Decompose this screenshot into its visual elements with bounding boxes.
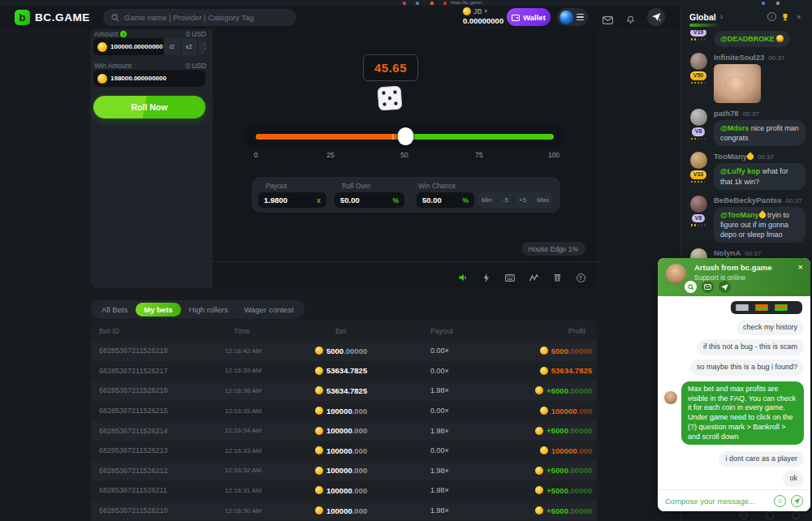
support-emoji-button[interactable]: ☺ — [774, 495, 786, 507]
profit-cell: 5000.00000 — [540, 341, 592, 361]
username[interactable]: TooMany — [714, 152, 754, 161]
roll-slider[interactable] — [244, 125, 566, 148]
username[interactable]: NolynA — [714, 248, 741, 257]
coin-icon — [535, 427, 543, 435]
payout-unit: x — [317, 196, 321, 205]
bonus-button[interactable] — [647, 8, 665, 26]
max-button[interactable]: Max — [531, 196, 554, 204]
chat-info-button[interactable]: i — [767, 12, 776, 22]
turbo-bolt-icon[interactable] — [482, 273, 491, 282]
extension-icon[interactable] — [762, 2, 765, 5]
extension-icon[interactable] — [416, 2, 419, 5]
messages-button[interactable] — [603, 13, 613, 28]
bet-cell: 100000.000 — [315, 441, 367, 461]
amount-input[interactable]: 100000.00000000 /2 x2 ▲▼ — [93, 38, 205, 55]
support-chat-widget: Artush from bc.game Support is online × … — [658, 258, 810, 511]
chevron-right-icon[interactable]: › — [720, 12, 723, 21]
profile-menu[interactable] — [557, 8, 588, 26]
house-edge-badge: House Edge 1% — [521, 242, 585, 256]
support-message-input[interactable]: Compose your message... — [665, 497, 769, 506]
chat-input-row[interactable]: ☺ — [681, 511, 812, 519]
plus5-button[interactable]: +5 — [513, 196, 531, 204]
win-chance-input[interactable]: 50.00 % — [417, 192, 474, 208]
double-bet-button[interactable]: x2 — [180, 38, 197, 55]
emoji-icon[interactable]: ☺ — [740, 511, 748, 519]
amount-stepper[interactable]: ▲▼ — [197, 38, 205, 55]
mention-link[interactable]: @Luffy kop — [720, 167, 760, 175]
username[interactable]: path78 — [714, 109, 739, 118]
wallet-button[interactable]: Wallet — [507, 8, 551, 26]
roll-now-button[interactable]: Roll Now — [93, 96, 205, 118]
tick-75: 75 — [475, 151, 482, 159]
win-amount-input[interactable]: 198000.000000000 — [93, 70, 205, 87]
chat-message-body: path7800:37@Mdsrs nice profit man congra… — [714, 109, 806, 146]
chat-close-button[interactable]: × — [794, 12, 804, 22]
message-time: 00:37 — [758, 153, 774, 161]
mention-link[interactable]: @TooMany — [720, 211, 766, 219]
mention-link[interactable]: @DEADBROKE — [720, 35, 775, 43]
time-cell: 12:16:31 AM — [225, 480, 261, 501]
table-row[interactable]: 6828536721152621312:16:33 AM100000.0000.… — [91, 441, 597, 461]
chat-image[interactable] — [714, 64, 761, 103]
smirk-face-emoji — [776, 35, 784, 42]
username[interactable]: BeBeBeckyPantss — [714, 196, 781, 205]
balance-display[interactable]: JB ▾ 0.00000000 — [463, 7, 503, 25]
mention-link[interactable]: @Mdsrs — [720, 124, 749, 132]
minus5-button[interactable]: -5 — [497, 196, 513, 204]
roll-over-input[interactable]: 50.00 % — [335, 192, 404, 208]
payout-input[interactable]: 1.9800 x — [258, 192, 326, 208]
tab-high-rollers[interactable]: High rollers — [181, 303, 236, 316]
support-send-button[interactable] — [791, 495, 803, 507]
table-row[interactable]: 6828536721152621212:16:32 AM100000.0001.… — [91, 461, 597, 481]
send-icon[interactable] — [792, 511, 800, 519]
table-row[interactable]: 6828536721152621712:16:39 AM53634.78250.… — [91, 361, 597, 381]
chat-room-name[interactable]: Global — [689, 12, 716, 22]
support-mail-button[interactable] — [702, 281, 714, 293]
coin-icon — [315, 486, 323, 494]
search-input[interactable]: Game name | Provider | Category Tag — [103, 9, 296, 26]
extension-icon[interactable] — [430, 2, 434, 5]
support-telegram-button[interactable] — [719, 281, 731, 293]
coin-icon — [315, 386, 323, 394]
tab-wager-contest[interactable]: Wager contest — [236, 303, 302, 316]
extension-icon[interactable] — [776, 2, 780, 5]
bet-value: 53634.7825 — [326, 366, 367, 375]
slider-handle[interactable] — [398, 127, 413, 145]
notifications-button[interactable] — [626, 13, 635, 28]
min-button[interactable]: Min — [477, 196, 497, 204]
tab-all-bets[interactable]: All Bets — [93, 303, 136, 316]
live-stats-icon[interactable] — [529, 273, 538, 282]
avatar[interactable] — [690, 196, 707, 213]
chat-name-row: path7800:37 — [714, 109, 806, 118]
support-search-button[interactable] — [685, 281, 697, 293]
extension-icon[interactable] — [403, 2, 406, 5]
volume-icon[interactable] — [458, 273, 468, 282]
seeds-icon[interactable] — [552, 273, 562, 282]
table-row[interactable]: 6828536721152621812:16:42 AM5000.000000.… — [91, 341, 597, 361]
avatar[interactable] — [690, 109, 707, 126]
table-row[interactable]: 6828536721152621012:16:30 AM100000.0001.… — [91, 501, 597, 521]
tab-my-bets[interactable]: My bets — [136, 303, 180, 316]
attached-screenshot[interactable] — [731, 301, 802, 314]
profit-value: +5000.00000 — [546, 506, 592, 515]
avatar[interactable] — [690, 152, 707, 169]
table-row[interactable]: 6828536721152621612:16:38 AM53634.78251.… — [91, 381, 597, 401]
extension-icon[interactable] — [443, 2, 447, 5]
trophy-button[interactable] — [780, 12, 790, 22]
table-row[interactable]: 6828536721152621412:16:34 AM100000.0001.… — [91, 420, 597, 441]
hotkeys-keyboard-icon[interactable] — [505, 273, 515, 282]
gif-icon[interactable] — [766, 511, 774, 519]
info-icon[interactable]: i — [120, 31, 127, 37]
table-row[interactable]: 6828536721152621112:16:31 AM100000.0001.… — [91, 480, 597, 501]
username[interactable]: InfiniteSoul23 — [714, 53, 764, 62]
brand-logo[interactable]: b BC.GAME — [15, 10, 90, 25]
table-row[interactable]: 6828536721152621512:16:35 AM100000.0000.… — [91, 401, 597, 421]
help-icon[interactable]: ? — [576, 273, 585, 282]
user-message-bubble: i dont care as a player — [719, 451, 804, 467]
profit-value: 100000.000 — [551, 446, 592, 455]
tick-25: 25 — [326, 151, 334, 159]
dice-game-area: 45.65 0 25 50 75 100 Payout 1.9800 — [213, 29, 597, 288]
support-close-button[interactable]: × — [798, 262, 803, 272]
half-bet-button[interactable]: /2 — [163, 38, 180, 55]
avatar[interactable] — [690, 53, 707, 70]
